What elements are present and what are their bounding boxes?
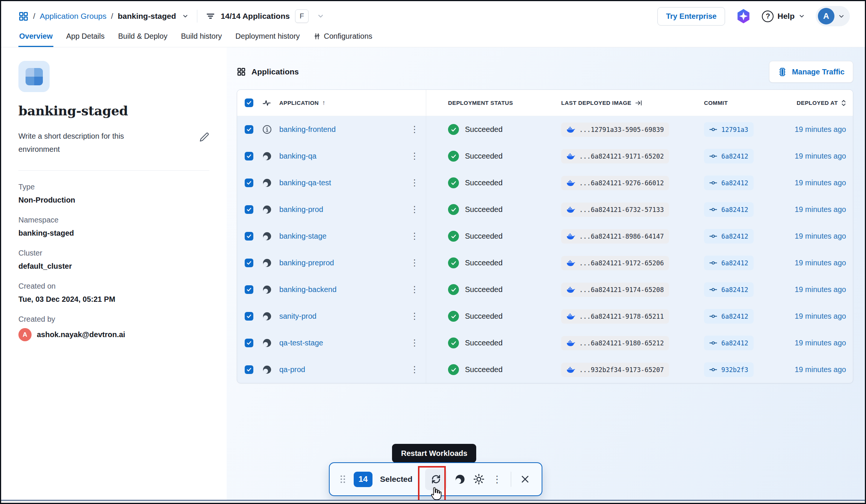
- tab-overview[interactable]: Overview: [18, 31, 53, 47]
- commit-chip[interactable]: 6a82412: [704, 256, 754, 270]
- app-name-link[interactable]: banking-frontend: [279, 125, 403, 134]
- tab-build-deploy[interactable]: Build & Deploy: [117, 31, 168, 47]
- enterprise-spark-icon[interactable]: [736, 8, 751, 24]
- pie-chart-icon[interactable]: [262, 258, 279, 268]
- app-name-link[interactable]: qa-prod: [279, 365, 403, 374]
- app-name-link[interactable]: banking-prod: [279, 205, 403, 214]
- row-kebab-button[interactable]: ⋮: [410, 232, 419, 241]
- row-checkbox[interactable]: [245, 339, 253, 347]
- commit-chip[interactable]: 6a82412: [704, 202, 754, 217]
- app-name-link[interactable]: banking-qa-test: [279, 179, 403, 187]
- row-checkbox[interactable]: [245, 312, 253, 321]
- row-checkbox[interactable]: [245, 232, 253, 241]
- commit-chip[interactable]: 932b2f3: [704, 362, 754, 377]
- status-text: Succeeded: [465, 232, 503, 241]
- breadcrumb-separator: /: [111, 12, 113, 21]
- commit-chip[interactable]: 6a82412: [704, 282, 754, 297]
- unhibernate-button[interactable]: [473, 474, 484, 485]
- row-checkbox[interactable]: [245, 285, 253, 294]
- row-kebab-button[interactable]: ⋮: [410, 312, 419, 321]
- tab-configurations[interactable]: Configurations: [313, 31, 373, 47]
- row-kebab-button[interactable]: ⋮: [410, 125, 419, 134]
- image-chip: ...6a824121-9172-65206: [561, 256, 669, 270]
- commit-icon: [709, 179, 717, 187]
- row-checkbox[interactable]: [245, 259, 253, 267]
- filter-chevron-icon[interactable]: [317, 12, 324, 20]
- row-checkbox[interactable]: [245, 205, 253, 214]
- app-name-link[interactable]: banking-preprod: [279, 259, 403, 267]
- row-checkbox[interactable]: [245, 152, 253, 160]
- commit-chip[interactable]: 12791a3: [704, 122, 754, 137]
- commit-hash: 12791a3: [721, 126, 748, 133]
- deployed-at-text: 19 minutes ago: [779, 125, 846, 134]
- app-name-link[interactable]: sanity-prod: [279, 312, 403, 321]
- pie-chart-icon[interactable]: [262, 311, 279, 321]
- row-kebab-button[interactable]: ⋮: [410, 285, 419, 294]
- column-deployed-at[interactable]: DEPLOYED AT: [779, 99, 846, 107]
- header-checkbox[interactable]: [245, 98, 253, 107]
- help-button[interactable]: ? Help: [762, 11, 805, 22]
- try-enterprise-button[interactable]: Try Enterprise: [657, 7, 725, 26]
- pie-chart-icon[interactable]: [262, 151, 279, 161]
- row-kebab-button[interactable]: ⋮: [410, 152, 419, 160]
- app-name-link[interactable]: banking-qa: [279, 152, 403, 160]
- applications-filter[interactable]: 14/14 Applications F: [206, 9, 324, 23]
- commit-chip[interactable]: 6a82412: [704, 336, 754, 350]
- pie-chart-icon[interactable]: [262, 338, 279, 348]
- edit-description-button[interactable]: [199, 132, 209, 142]
- deployed-at-text: 19 minutes ago: [779, 152, 846, 160]
- row-checkbox[interactable]: [245, 365, 253, 374]
- row-kebab-button[interactable]: ⋮: [410, 259, 419, 267]
- column-application[interactable]: APPLICATION ↑: [279, 99, 403, 107]
- pie-chart-icon[interactable]: [262, 285, 279, 295]
- hibernate-button[interactable]: [454, 474, 466, 485]
- environment-fields: Type Non-Production Namespace banking-st…: [18, 183, 209, 304]
- tab-label: Build history: [181, 32, 222, 41]
- header-divider: [197, 10, 197, 23]
- app-group-logo-icon[interactable]: [18, 11, 29, 21]
- commit-chip[interactable]: 6a82412: [704, 176, 754, 190]
- row-kebab-button[interactable]: ⋮: [410, 339, 419, 347]
- tab-app-details[interactable]: App Details: [65, 31, 105, 47]
- app-name-link[interactable]: banking-backend: [279, 285, 403, 294]
- row-checkbox[interactable]: [245, 179, 253, 187]
- drag-handle[interactable]: [339, 474, 346, 484]
- table-row: banking-frontend ⋮ Succeeded ...12791a33…: [237, 116, 853, 143]
- close-toolbar-button[interactable]: [520, 474, 530, 484]
- row-checkbox[interactable]: [245, 125, 253, 134]
- image-chip: ...6a824121-6732-57133: [561, 203, 669, 217]
- tab-deployment-history[interactable]: Deployment history: [235, 31, 300, 47]
- pie-chart-icon[interactable]: [262, 204, 279, 215]
- description-placeholder: Write a short description for this envir…: [18, 130, 154, 156]
- pie-chart-icon[interactable]: [262, 178, 279, 188]
- success-check-icon: [448, 231, 459, 242]
- status-text: Succeeded: [465, 259, 503, 267]
- row-kebab-button[interactable]: ⋮: [410, 205, 419, 214]
- moon-icon: [454, 474, 466, 485]
- breadcrumb-chevron-icon[interactable]: [182, 13, 189, 20]
- status-text: Succeeded: [465, 365, 503, 374]
- row-kebab-button[interactable]: ⋮: [410, 179, 419, 187]
- breadcrumb-root-link[interactable]: Application Groups: [40, 12, 106, 21]
- info-icon[interactable]: [262, 124, 279, 135]
- pie-chart-icon[interactable]: [262, 365, 279, 375]
- manage-traffic-button[interactable]: Manage Traffic: [769, 61, 853, 83]
- status-text: Succeeded: [465, 152, 503, 160]
- pie-chart-icon[interactable]: [262, 231, 279, 241]
- app-name-link[interactable]: qa-test-stage: [279, 339, 403, 347]
- window-bottom-edge: [1, 500, 865, 503]
- commit-icon: [709, 152, 717, 160]
- app-name-link[interactable]: banking-stage: [279, 232, 403, 241]
- tab-build-history[interactable]: Build history: [180, 31, 223, 47]
- sun-icon: [473, 474, 484, 485]
- user-menu[interactable]: A: [816, 6, 850, 26]
- shortcut-key-badge: F: [295, 9, 309, 23]
- commit-chip[interactable]: 6a82412: [704, 229, 754, 244]
- table-row: sanity-prod ⋮ Succeeded ...6a824121-9178…: [237, 303, 853, 330]
- docker-icon: [566, 179, 575, 186]
- column-last-deployed-image: LAST DEPLOYED IMAGE: [561, 99, 642, 107]
- commit-chip[interactable]: 6a82412: [704, 309, 754, 324]
- commit-chip[interactable]: 6a82412: [704, 149, 754, 163]
- toolbar-kebab-button[interactable]: ⋮: [492, 474, 502, 484]
- row-kebab-button[interactable]: ⋮: [410, 365, 419, 374]
